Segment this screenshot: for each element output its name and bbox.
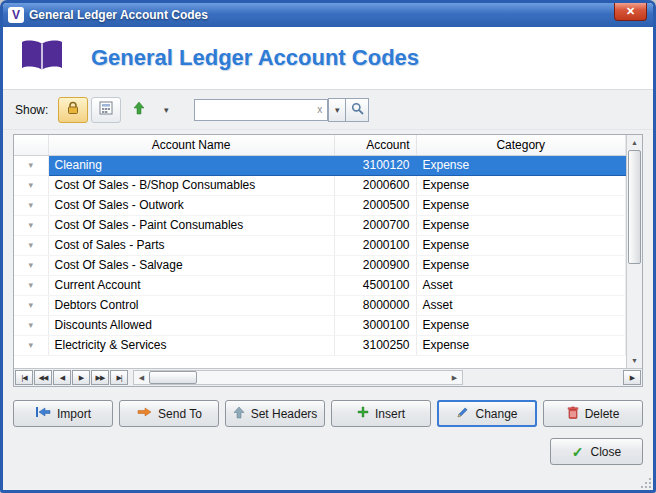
lock-icon	[66, 101, 80, 119]
table-row[interactable]: ▾ Cost Of Sales - B/Shop Consumables 200…	[14, 175, 626, 195]
grid-navigator: |◀ ◀◀ ◀ ▶ ▶▶ ▶| ◀ ▶ ▶	[14, 368, 642, 386]
search-dropdown-button[interactable]: ▾	[328, 98, 346, 122]
table-row[interactable]: ▾ Discounts Allowed 3000100 Expense	[14, 315, 626, 335]
book-icon	[19, 39, 65, 77]
cell-account-name: Electricity & Services	[48, 335, 334, 355]
toolbar: Show:	[3, 90, 653, 130]
change-button[interactable]: Change	[437, 400, 537, 427]
row-expand-icon[interactable]: ▾	[14, 215, 48, 235]
cell-category: Expense	[416, 235, 626, 255]
cell-account-name: Cost Of Sales - Salvage	[48, 255, 334, 275]
clear-search-button[interactable]: x	[312, 99, 328, 121]
table-row[interactable]: ▾ Electricity & Services 3100250 Expense	[14, 335, 626, 355]
table-row[interactable]: ▾ Cost Of Sales - Outwork 2000500 Expens…	[14, 195, 626, 215]
send-to-icon	[136, 406, 152, 421]
cell-account: 3100250	[334, 335, 416, 355]
scroll-right-button[interactable]: ▶	[447, 371, 462, 384]
cell-category: Expense	[416, 175, 626, 195]
cell-account-name: Cleaning	[48, 155, 334, 175]
vertical-scroll-track[interactable]	[627, 150, 642, 353]
search-button[interactable]	[346, 98, 369, 122]
nav-end-button[interactable]: ▶	[623, 370, 641, 385]
up-arrow-icon	[133, 101, 145, 119]
column-header-account[interactable]: Account	[334, 135, 416, 155]
row-expand-icon[interactable]: ▾	[14, 275, 48, 295]
insert-button[interactable]: Insert	[331, 400, 431, 427]
delete-button[interactable]: Delete	[543, 400, 643, 427]
import-icon	[35, 406, 51, 421]
cell-category: Asset	[416, 275, 626, 295]
scroll-right-icon: ▶	[630, 374, 634, 382]
row-expand-icon[interactable]: ▾	[14, 235, 48, 255]
check-icon: ✓	[572, 444, 584, 460]
search-group: x ▾	[194, 98, 369, 122]
nav-next-button[interactable]: ▶	[72, 370, 90, 385]
cell-account: 2000600	[334, 175, 416, 195]
nav-first-button[interactable]: |◀	[15, 370, 33, 385]
cell-account-name: Discounts Allowed	[48, 315, 334, 335]
cell-category: Expense	[416, 315, 626, 335]
row-expand-icon[interactable]: ▾	[14, 175, 48, 195]
nav-last-button[interactable]: ▶|	[110, 370, 128, 385]
pencil-icon	[456, 406, 469, 422]
cell-account-name: Cost Of Sales - B/Shop Consumables	[48, 175, 334, 195]
close-button[interactable]: ✓ Close	[550, 438, 643, 465]
trash-icon	[567, 406, 579, 422]
cell-category: Asset	[416, 295, 626, 315]
table-row[interactable]: ▾ Current Account 4500100 Asset	[14, 275, 626, 295]
cell-account: 3000100	[334, 315, 416, 335]
titlebar[interactable]: V General Ledger Account Codes ✕	[3, 3, 653, 27]
scroll-up-button[interactable]: ▲	[627, 135, 642, 150]
vertical-scrollbar[interactable]: ▲ ▼	[626, 135, 642, 368]
calculator-icon	[99, 101, 113, 119]
search-input[interactable]	[194, 99, 312, 121]
action-button-bar: Import Send To Set Headers	[13, 400, 643, 427]
cell-category: Expense	[416, 335, 626, 355]
scroll-left-button[interactable]: ◀	[134, 371, 149, 384]
close-window-button[interactable]: ✕	[614, 3, 647, 21]
table-row[interactable]: ▾ Debtors Control 8000000 Asset	[14, 295, 626, 315]
nav-next-page-button[interactable]: ▶▶	[91, 370, 109, 385]
cell-account: 2000700	[334, 215, 416, 235]
page-title: General Ledger Account Codes	[91, 45, 419, 71]
table-header-row: Account Name Account Category	[14, 135, 626, 155]
table-row[interactable]: ▾ Cost of Sales - Parts 2000100 Expense	[14, 235, 626, 255]
import-button[interactable]: Import	[13, 400, 113, 427]
row-expand-icon[interactable]: ▾	[14, 155, 48, 175]
nav-prior-page-button[interactable]: ◀◀	[34, 370, 52, 385]
row-expand-icon[interactable]: ▾	[14, 315, 48, 335]
close-row: ✓ Close	[13, 438, 643, 465]
sort-ascending-button[interactable]	[124, 97, 154, 123]
cell-account-name: Cost Of Sales - Paint Consumables	[48, 215, 334, 235]
horizontal-scroll-thumb[interactable]	[149, 371, 197, 384]
cell-account-name: Debtors Control	[48, 295, 334, 315]
row-expand-icon[interactable]: ▾	[14, 295, 48, 315]
table-row[interactable]: ▾ Cleaning 3100120 Expense	[14, 155, 626, 175]
resize-grip[interactable]	[640, 477, 651, 488]
lock-filter-button[interactable]	[58, 97, 88, 123]
table-row[interactable]: ▾ Cost Of Sales - Paint Consumables 2000…	[14, 215, 626, 235]
row-expand-icon[interactable]: ▾	[14, 195, 48, 215]
scroll-down-button[interactable]: ▼	[627, 353, 642, 368]
cell-account-name: Current Account	[48, 275, 334, 295]
sort-options-dropdown[interactable]: ▾	[157, 97, 175, 123]
vertical-scroll-thumb[interactable]	[628, 150, 641, 264]
column-header-category[interactable]: Category	[416, 135, 626, 155]
table-area: Account Name Account Category ▾ Cleaning…	[14, 135, 626, 368]
accounts-view-button[interactable]	[91, 97, 121, 123]
expand-column-header[interactable]	[14, 135, 48, 155]
horizontal-scrollbar[interactable]: ◀ ▶	[133, 370, 463, 385]
send-to-button[interactable]: Send To	[119, 400, 219, 427]
set-headers-button[interactable]: Set Headers	[225, 400, 325, 427]
cell-account: 2000100	[334, 235, 416, 255]
row-expand-icon[interactable]: ▾	[14, 255, 48, 275]
search-icon	[351, 101, 364, 119]
clear-icon: x	[317, 104, 322, 115]
table-row[interactable]: ▾ Cost Of Sales - Salvage 2000900 Expens…	[14, 255, 626, 275]
plus-icon	[357, 406, 369, 421]
cell-category: Expense	[416, 195, 626, 215]
column-header-account-name[interactable]: Account Name	[48, 135, 334, 155]
banner: General Ledger Account Codes	[3, 27, 653, 90]
row-expand-icon[interactable]: ▾	[14, 335, 48, 355]
nav-prior-button[interactable]: ◀	[53, 370, 71, 385]
